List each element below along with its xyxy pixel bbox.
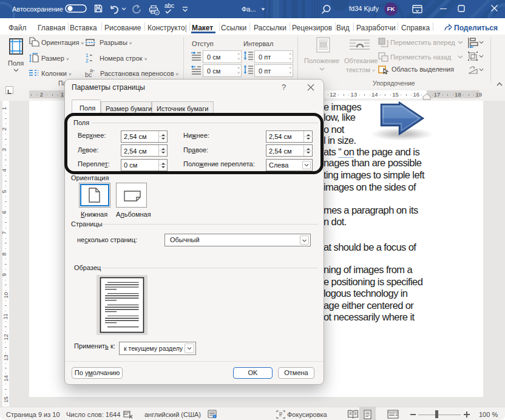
svg-text:a-: a- (90, 67, 95, 73)
svg-text:2: 2 (86, 58, 89, 63)
